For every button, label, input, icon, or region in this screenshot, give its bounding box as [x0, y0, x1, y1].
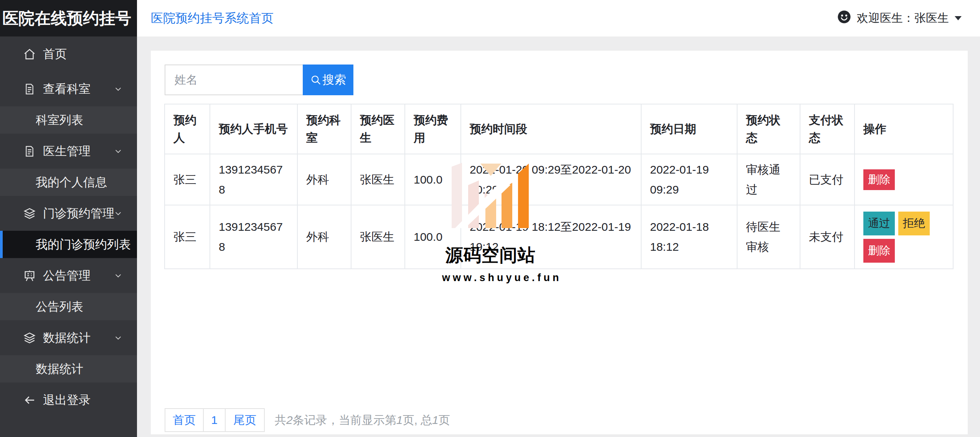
table-header-row: 预约人 预约人手机号 预约科室 预约医生 预约费用 预约时间段 预约日期 预约状…	[165, 104, 953, 154]
sidebar-item-label: 首页	[43, 46, 67, 62]
sidebar-item-label: 公告列表	[36, 299, 83, 315]
cell-fee: 100.0	[405, 154, 461, 205]
table-row: 张三 13912345678 外科 张医生 100.0 2022-01-19 1…	[165, 205, 953, 269]
cell-phone: 13912345678	[210, 205, 297, 269]
col-header: 预约时间段	[461, 104, 641, 154]
sidebar-item-announcement-management[interactable]: 公告管理	[0, 258, 137, 293]
col-header: 预约医生	[351, 104, 405, 154]
pagination-last[interactable]: 尾页	[225, 409, 264, 431]
pagination-first[interactable]: 首页	[165, 409, 203, 431]
sidebar-item-department-list[interactable]: 科室列表	[0, 106, 137, 134]
chevron-down-icon	[114, 334, 122, 342]
cell-fee: 100.0	[405, 205, 461, 269]
sidebar-item-doctor-management[interactable]: 医生管理	[0, 134, 137, 169]
logout-icon	[23, 394, 36, 407]
sidebar-item-my-appointment-list[interactable]: 我的门诊预约列表	[0, 231, 137, 258]
col-header: 操作	[855, 104, 953, 154]
sidebar-item-label: 我的个人信息	[36, 174, 107, 190]
layers-icon	[23, 331, 36, 344]
sidebar-item-label: 科室列表	[36, 112, 83, 128]
pagination-page-1[interactable]: 1	[203, 409, 225, 431]
sidebar-item-my-profile[interactable]: 我的个人信息	[0, 169, 137, 196]
col-header: 预约人	[165, 104, 210, 154]
chevron-down-icon	[114, 271, 122, 280]
cell-date: 2022-01-18 18:12	[641, 205, 737, 269]
cell-doctor: 张医生	[351, 154, 405, 205]
cell-name: 张三	[165, 205, 210, 269]
delete-button[interactable]: 删除	[863, 169, 895, 190]
cell-slot: 2022-01-20 09:29至2022-01-20 10:29	[461, 154, 641, 205]
sidebar-item-label: 门诊预约管理	[43, 205, 114, 222]
user-dropdown[interactable]: 欢迎医生：张医生	[837, 0, 962, 36]
col-header: 预约状态	[737, 104, 800, 154]
sidebar-item-label: 医生管理	[43, 143, 91, 159]
top-bar: 医院预约挂号系统首页 欢迎医生：张医生	[137, 0, 980, 36]
chevron-down-icon	[114, 85, 122, 93]
cell-slot: 2022-01-19 18:12至2022-01-19 19:12	[461, 205, 641, 269]
search-input[interactable]	[165, 65, 303, 95]
cell-pay-status: 未支付	[800, 205, 855, 269]
search-bar: 搜索	[165, 65, 353, 95]
sidebar: 医院在线预约挂号 首页 查看科室 科室列表 医生管理	[0, 0, 137, 437]
sidebar-item-statistics[interactable]: 数据统计	[0, 320, 137, 355]
breadcrumb[interactable]: 医院预约挂号系统首页	[151, 0, 274, 36]
cell-name: 张三	[165, 154, 210, 205]
reject-button[interactable]: 拒绝	[898, 212, 930, 235]
sidebar-item-label: 公告管理	[43, 268, 91, 284]
cell-status: 审核通过	[737, 154, 800, 205]
cell-date: 2022-01-19 09:29	[641, 154, 737, 205]
sidebar-item-logout[interactable]: 退出登录	[0, 382, 137, 417]
layers-icon	[23, 207, 36, 220]
cell-dept: 外科	[297, 205, 351, 269]
sidebar-item-outpatient-management[interactable]: 门诊预约管理	[0, 196, 137, 231]
app-title: 医院在线预约挂号	[0, 0, 137, 36]
search-button-label: 搜索	[322, 72, 346, 88]
sidebar-item-label: 我的门诊预约列表	[36, 237, 131, 253]
caret-down-icon	[955, 16, 962, 20]
sidebar-item-label: 退出登录	[43, 392, 91, 408]
col-header: 预约科室	[297, 104, 351, 154]
cell-actions: 通过 拒绝 删除	[855, 205, 953, 269]
cell-dept: 外科	[297, 154, 351, 205]
sidebar-item-label: 数据统计	[43, 330, 91, 346]
chevron-down-icon	[114, 209, 122, 218]
approve-button[interactable]: 通过	[863, 212, 895, 235]
col-header: 预约人手机号	[210, 104, 297, 154]
home-icon	[23, 48, 36, 61]
search-icon	[310, 74, 322, 86]
document-icon	[23, 83, 36, 96]
board-icon	[23, 269, 36, 282]
sidebar-menu: 首页 查看科室 科室列表 医生管理 我的个人信息	[0, 36, 137, 417]
chevron-down-icon	[114, 147, 122, 156]
cell-actions: 删除	[855, 154, 953, 205]
search-button[interactable]: 搜索	[303, 65, 353, 95]
cell-doctor: 张医生	[351, 205, 405, 269]
sidebar-item-statistics-sub[interactable]: 数据统计	[0, 355, 137, 382]
smiley-icon	[837, 10, 851, 26]
sidebar-item-label: 查看科室	[43, 81, 91, 97]
cell-pay-status: 已支付	[800, 154, 855, 205]
cell-status: 待医生审核	[737, 205, 800, 269]
sidebar-item-announcement-list[interactable]: 公告列表	[0, 293, 137, 320]
document-icon	[23, 145, 36, 158]
table-row: 张三 13912345678 外科 张医生 100.0 2022-01-20 0…	[165, 154, 953, 205]
sidebar-item-departments[interactable]: 查看科室	[0, 71, 137, 106]
appointments-table: 预约人 预约人手机号 预约科室 预约医生 预约费用 预约时间段 预约日期 预约状…	[164, 104, 954, 269]
pagination-summary: 共2条记录，当前显示第1页, 总1页	[275, 412, 450, 428]
col-header: 支付状态	[800, 104, 855, 154]
col-header: 预约费用	[405, 104, 461, 154]
content-card: 搜索 预约人 预约人手机号 预约科室 预约医生 预约费用 预约时间段 预约日期 …	[151, 51, 968, 434]
sidebar-item-label: 数据统计	[36, 361, 83, 377]
pager: 首页 1 尾页	[165, 408, 265, 432]
delete-button[interactable]: 删除	[863, 239, 895, 263]
sidebar-item-home[interactable]: 首页	[0, 36, 137, 71]
welcome-text: 欢迎医生：张医生	[857, 10, 949, 26]
pagination: 首页 1 尾页 共2条记录，当前显示第1页, 总1页	[165, 408, 450, 432]
col-header: 预约日期	[641, 104, 737, 154]
cell-phone: 13912345678	[210, 154, 297, 205]
